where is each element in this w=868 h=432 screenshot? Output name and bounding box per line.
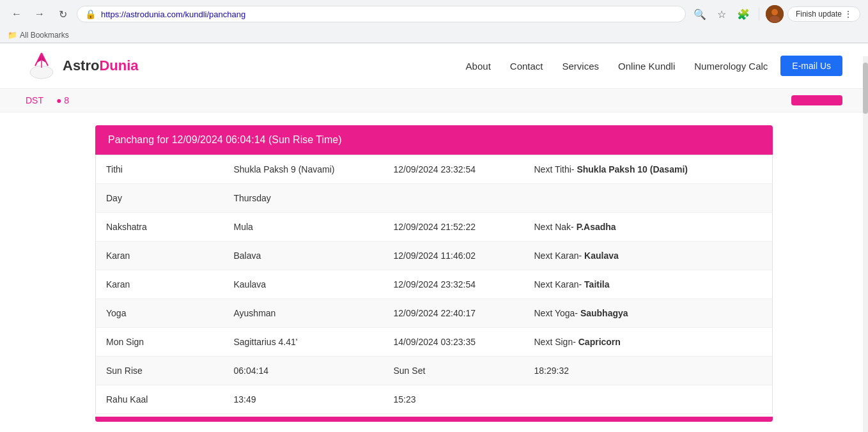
logo-container[interactable]: AstroDunia xyxy=(26,50,139,82)
row-value: Mula xyxy=(224,213,384,242)
logo-dunia: Dunia xyxy=(99,58,138,73)
row-value: Sagittarius 4.41' xyxy=(224,328,384,357)
row-next xyxy=(524,184,773,213)
address-bar[interactable]: 🔒 https://astrodunia.com/kundli/panchang xyxy=(77,6,686,22)
row-next xyxy=(524,385,773,414)
all-bookmarks-link[interactable]: 📁 All Bookmarks xyxy=(8,31,69,40)
row-next: Next Nak- P.Asadha xyxy=(524,213,773,242)
table-row: TithiShukla Paksh 9 (Navami)12/09/2024 2… xyxy=(96,155,773,184)
row-label: Nakshatra xyxy=(96,213,224,242)
row-label: Yoga xyxy=(96,299,224,328)
table-row: DayThursday xyxy=(96,184,773,213)
banner-action-button[interactable] xyxy=(791,95,842,105)
row-value: Ayushman xyxy=(224,299,384,328)
row-value: Thursday xyxy=(224,184,384,213)
folder-icon: 📁 xyxy=(8,31,17,40)
row-next: Next Karan- Taitila xyxy=(524,270,773,299)
row-date: 12/09/2024 11:46:02 xyxy=(384,242,524,270)
row-value: Balava xyxy=(224,242,384,270)
search-button[interactable]: 🔍 xyxy=(691,5,709,23)
finish-update-label: Finish update xyxy=(796,10,842,19)
row-date: 12/09/2024 21:52:22 xyxy=(384,213,524,242)
row-date: 12/09/2024 22:40:17 xyxy=(384,299,524,328)
reload-button[interactable]: ↻ xyxy=(54,5,72,23)
row-date: 12/09/2024 23:32:54 xyxy=(384,155,524,184)
nav-services[interactable]: Services xyxy=(562,61,600,72)
row-next: Next Karan- Kaulava xyxy=(524,242,773,270)
row-value: Shukla Paksh 9 (Navami) xyxy=(224,155,384,184)
row-date xyxy=(384,184,524,213)
nav-contact[interactable]: Contact xyxy=(510,61,543,72)
bookmarks-bar: 📁 All Bookmarks xyxy=(0,28,868,43)
row-next: Next Tithi- Shukla Paksh 10 (Dasami) xyxy=(524,155,773,184)
browser-chrome: ← → ↻ 🔒 https://astrodunia.com/kundli/pa… xyxy=(0,0,868,43)
finish-update-button[interactable]: Finish update ⋮ xyxy=(787,6,860,22)
row-next: 18:29:32 xyxy=(524,357,773,385)
separator xyxy=(759,8,759,20)
browser-toolbar: ← → ↻ 🔒 https://astrodunia.com/kundli/pa… xyxy=(0,0,868,28)
scrollbar-thumb[interactable] xyxy=(863,63,868,114)
banner-extra-text: ● 8 xyxy=(56,95,69,105)
row-label: Day xyxy=(96,184,224,213)
logo-astro: Astro xyxy=(63,58,99,73)
url-text: https://astrodunia.com/kundli/panchang xyxy=(101,10,678,19)
row-value: 06:04:14 xyxy=(224,357,384,385)
row-label: Tithi xyxy=(96,155,224,184)
banner-text: DST xyxy=(26,95,43,105)
scrollbar-track[interactable] xyxy=(863,56,868,432)
extensions-button[interactable]: 🧩 xyxy=(734,5,752,23)
lock-icon: 🔒 xyxy=(85,9,96,19)
nav-about[interactable]: About xyxy=(466,61,491,72)
nav-online-kundli[interactable]: Online Kundli xyxy=(618,61,675,72)
logo-icon xyxy=(26,50,58,82)
row-next: Next Sign- Capricorn xyxy=(524,328,773,357)
row-label: Sun Rise xyxy=(96,357,224,385)
navbar: AstroDunia About Contact Services Online… xyxy=(0,43,868,89)
table-row: Mon SignSagittarius 4.41'14/09/2024 03:2… xyxy=(96,328,773,357)
svg-point-2 xyxy=(770,16,780,22)
browser-actions: 🔍 ☆ 🧩 Finish update ⋮ xyxy=(691,5,860,23)
sun-set-label: Sun Set xyxy=(394,366,426,376)
user-avatar-icon xyxy=(766,5,784,23)
back-button[interactable]: ← xyxy=(8,5,26,23)
row-label: Rahu Kaal xyxy=(96,385,224,414)
panchang-header: Panchang for 12/09/2024 06:04:14 (Sun Ri… xyxy=(95,125,773,155)
bookmarks-label: All Bookmarks xyxy=(20,31,69,40)
forward-button[interactable]: → xyxy=(31,5,49,23)
row-date: 15:23 xyxy=(384,385,524,414)
row-date: Sun Set xyxy=(384,357,524,385)
table-row: KaranBalava12/09/2024 11:46:02Next Karan… xyxy=(96,242,773,270)
row-label: Mon Sign xyxy=(96,328,224,357)
table-row: NakshatraMula12/09/2024 21:52:22Next Nak… xyxy=(96,213,773,242)
nav-numerology-calc[interactable]: Numerology Calc xyxy=(694,61,768,72)
table-row: YogaAyushman12/09/2024 22:40:17Next Yoga… xyxy=(96,299,773,328)
row-next: Next Yoga- Saubhagya xyxy=(524,299,773,328)
row-value: 13:49 xyxy=(224,385,384,414)
table-row: Sun Rise06:04:14Sun Set18:29:32 xyxy=(96,357,773,385)
row-label: Karan xyxy=(96,242,224,270)
logo-text: AstroDunia xyxy=(63,58,139,74)
panchang-table: TithiShukla Paksh 9 (Navami)12/09/2024 2… xyxy=(95,155,773,414)
row-date: 12/09/2024 23:32:54 xyxy=(384,270,524,299)
nav-links: About Contact Services Online Kundli Num… xyxy=(466,61,768,72)
chevron-down-icon: ⋮ xyxy=(844,10,852,19)
row-date: 14/09/2024 03:23:35 xyxy=(384,328,524,357)
table-row: Rahu Kaal13:4915:23 xyxy=(96,385,773,414)
email-us-button[interactable]: E-mail Us xyxy=(780,56,842,76)
table-row: KaranKaulava12/09/2024 23:32:54Next Kara… xyxy=(96,270,773,299)
bookmark-button[interactable]: ☆ xyxy=(713,5,731,23)
row-value: Kaulava xyxy=(224,270,384,299)
row-label: Karan xyxy=(96,270,224,299)
bottom-red-bar xyxy=(95,417,773,422)
avatar-button[interactable] xyxy=(766,5,784,23)
banner-area: DST ● 8 xyxy=(0,89,868,112)
panchang-section: Panchang for 12/09/2024 06:04:14 (Sun Ri… xyxy=(82,125,786,422)
page-content: AstroDunia About Contact Services Online… xyxy=(0,43,868,432)
svg-point-1 xyxy=(771,9,778,15)
